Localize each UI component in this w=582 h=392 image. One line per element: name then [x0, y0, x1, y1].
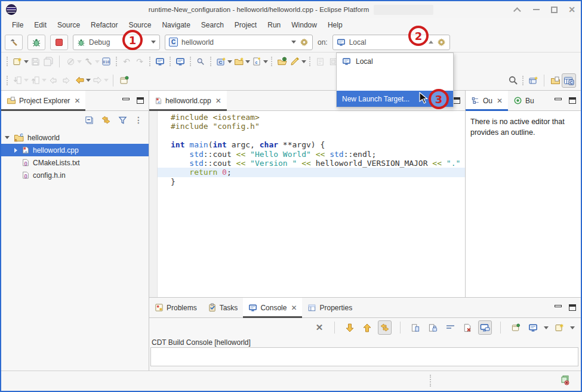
launch-config-select[interactable]: C helloworld — [165, 35, 313, 50]
save-console-button[interactable] — [409, 320, 422, 335]
console-output[interactable] — [150, 347, 578, 366]
menu-navigate[interactable]: Navigate — [157, 19, 195, 31]
new-wizard-button[interactable] — [11, 54, 24, 69]
menu-source-2[interactable]: Source — [124, 19, 156, 31]
annotation-ruler[interactable] — [149, 111, 158, 297]
menu-refactor[interactable]: Refactor — [86, 19, 122, 31]
previous-annotation-button[interactable] — [29, 73, 42, 88]
remote-terminal-button[interactable] — [174, 54, 187, 69]
chevron-down-icon[interactable] — [263, 60, 268, 63]
maximize-view-icon[interactable] — [137, 97, 144, 104]
toolbar-drag-handle[interactable] — [522, 76, 524, 85]
next-item-button[interactable] — [343, 320, 356, 335]
forward-edit-button[interactable] — [60, 73, 73, 88]
code-content[interactable]: #include <iostream>#include "config.h" i… — [158, 111, 465, 297]
tab-build-targets[interactable]: Bu — [508, 91, 540, 110]
menu-file[interactable]: File — [7, 19, 28, 31]
caret-right-icon[interactable] — [14, 148, 17, 153]
stop-button[interactable] — [50, 35, 68, 50]
collapse-all-icon[interactable] — [85, 116, 94, 125]
chevron-down-icon[interactable] — [77, 60, 82, 63]
maximize-editor-icon[interactable] — [453, 97, 460, 104]
toolbar-drag-handle[interactable] — [271, 57, 272, 66]
chevron-down-icon[interactable] — [301, 60, 306, 63]
lock-console-button[interactable] — [426, 320, 439, 335]
gear-icon[interactable] — [300, 38, 309, 47]
menu-project[interactable]: Project — [230, 19, 261, 31]
resource-perspective-button[interactable] — [549, 73, 562, 88]
scroll-lock-button[interactable] — [478, 320, 492, 335]
window-up-icon[interactable] — [514, 5, 522, 14]
clear-console-button[interactable] — [461, 320, 474, 335]
mark-occurrences-button[interactable] — [288, 54, 301, 69]
tab-tasks[interactable]: Tasks — [202, 298, 244, 317]
caret-down-icon[interactable] — [5, 136, 10, 139]
binary-button[interactable]: 010 — [100, 54, 113, 69]
last-edit-button[interactable] — [313, 54, 327, 69]
terminal-button[interactable] — [153, 54, 167, 69]
tree-item-source-file[interactable]: .c helloworld.cpp — [1, 144, 149, 156]
chevron-down-icon[interactable] — [570, 326, 575, 329]
tab-properties[interactable]: Properties — [302, 298, 358, 317]
dropdown-item-local[interactable]: Local — [337, 53, 453, 69]
redo-button[interactable]: ↷ — [133, 54, 146, 69]
toolbar-drag-handle[interactable] — [190, 57, 191, 66]
statusbar-drag-handle[interactable] — [430, 375, 431, 387]
window-close-icon[interactable]: ✕ — [568, 5, 576, 14]
code-editor[interactable]: #include <iostream>#include "config.h" i… — [149, 111, 465, 297]
maximize-view-icon[interactable] — [569, 97, 576, 104]
chevron-down-icon[interactable] — [227, 60, 232, 63]
chevron-down-icon[interactable] — [24, 60, 29, 63]
window-minimize-icon[interactable] — [532, 5, 540, 14]
chevron-down-icon[interactable] — [104, 79, 109, 82]
pin-console-button[interactable] — [509, 320, 522, 335]
toolbar-drag-handle[interactable] — [309, 57, 310, 66]
menu-window[interactable]: Window — [287, 19, 322, 31]
toolbar-drag-handle[interactable] — [7, 57, 8, 66]
display-console-button[interactable] — [526, 320, 540, 335]
launch-mode-select[interactable]: Debug — [73, 35, 160, 50]
open-console-button[interactable] — [553, 320, 566, 335]
skip-breakpoints-button[interactable] — [64, 54, 77, 69]
back-button[interactable] — [73, 73, 86, 88]
menu-edit[interactable]: Edit — [29, 19, 51, 31]
close-icon[interactable]: ✕ — [215, 97, 221, 105]
indexer-status-button[interactable] — [561, 375, 570, 385]
search-button[interactable] — [506, 73, 519, 88]
save-button[interactable] — [29, 54, 42, 69]
window-maximize-icon[interactable] — [550, 5, 558, 14]
menu-help[interactable]: Help — [323, 19, 347, 31]
close-icon[interactable]: ✕ — [74, 97, 80, 105]
chevron-down-icon[interactable] — [86, 79, 91, 82]
c-cpp-perspective-button[interactable]: C — [562, 73, 576, 88]
tab-problems[interactable]: Problems — [149, 298, 202, 317]
tree-item-cmakelists[interactable]: {) CMakeLists.txt — [1, 156, 149, 169]
forward-button[interactable] — [91, 73, 104, 88]
launch-target-select[interactable]: Local — [332, 35, 450, 50]
filter-icon[interactable] — [118, 116, 127, 125]
minimize-view-icon[interactable] — [122, 98, 130, 100]
maximize-view-icon[interactable] — [569, 304, 576, 311]
gear-icon[interactable] — [437, 38, 446, 47]
minimize-view-icon[interactable] — [555, 98, 562, 100]
tab-console[interactable]: Console ✕ — [243, 298, 302, 317]
close-icon[interactable]: ✕ — [291, 304, 297, 312]
tab-project-explorer[interactable]: Project Explorer ✕ — [1, 91, 85, 110]
tree-item-project[interactable]: C! helloworld — [1, 131, 149, 144]
link-with-editor-icon[interactable] — [101, 116, 111, 124]
open-perspective-button[interactable] — [526, 73, 540, 88]
previous-item-button[interactable] — [361, 320, 374, 335]
tree-item-config[interactable]: {) config.h.in — [1, 169, 149, 181]
close-icon[interactable]: ✕ — [497, 97, 503, 105]
menu-run[interactable]: Run — [263, 19, 285, 31]
chevron-down-icon[interactable] — [42, 79, 47, 82]
tab-outline[interactable]: Ou ✕ — [466, 91, 508, 110]
chevron-down-icon[interactable] — [95, 60, 100, 63]
open-element-button[interactable] — [275, 54, 288, 69]
save-all-button[interactable] — [42, 54, 55, 69]
undo-button[interactable]: ↶ — [120, 54, 133, 69]
back-edit-button[interactable] — [47, 73, 60, 88]
chevron-down-icon[interactable] — [24, 79, 29, 82]
new-c-file-button[interactable]: c — [250, 54, 263, 69]
word-wrap-button[interactable] — [444, 320, 457, 335]
